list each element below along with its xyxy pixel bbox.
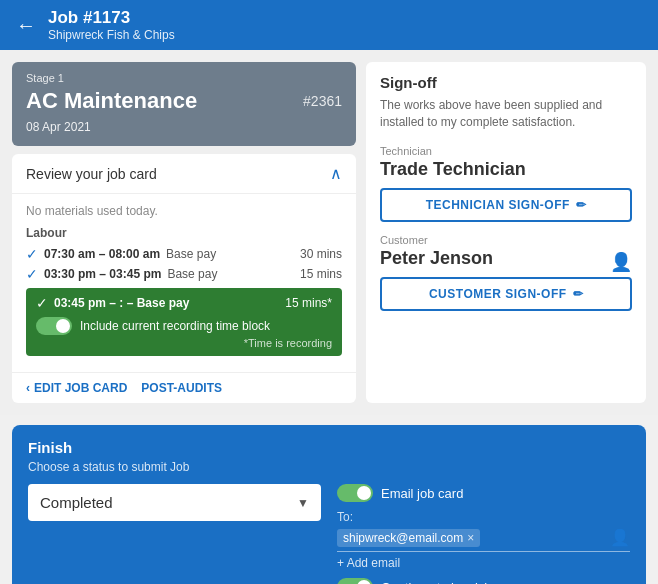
- technician-name: Trade Technician: [380, 159, 632, 180]
- technician-role: Technician: [380, 145, 632, 157]
- finish-row: Completed Incomplete On Hold ▼ Email job…: [28, 484, 630, 584]
- pay-type-1: Base pay: [166, 247, 216, 261]
- continue-invoicing-row: Continue to invoicing: [337, 578, 630, 584]
- customer-section: Customer Peter Jenson 👤 CUSTOMER SIGN-OF…: [380, 234, 632, 311]
- header-info: Job #1173 Shipwreck Fish & Chips: [48, 8, 175, 42]
- finish-section: Finish Choose a status to submit Job Com…: [12, 425, 646, 584]
- finish-right: Email job card To: shipwreck@email.com ×…: [337, 484, 630, 584]
- review-header[interactable]: Review your job card ∧: [12, 154, 356, 194]
- email-toggle-knob: [357, 486, 371, 500]
- status-dropdown[interactable]: Completed Incomplete On Hold: [28, 484, 321, 521]
- add-user-icon[interactable]: 👤: [610, 528, 630, 547]
- invoicing-toggle[interactable]: [337, 578, 373, 584]
- review-body: No materials used today. Labour ✓ 07:30 …: [12, 194, 356, 372]
- header: ← Job #1173 Shipwreck Fish & Chips: [0, 0, 658, 50]
- stage-number: #2361: [303, 93, 342, 109]
- customer-name: Peter Jenson: [380, 248, 493, 269]
- continue-label: Continue to invoicing: [381, 580, 502, 585]
- review-header-title: Review your job card: [26, 166, 157, 182]
- active-recording-row: ✓ 03:45 pm – : – Base pay 15 mins* Inclu…: [26, 288, 342, 356]
- labour-row-1: ✓ 07:30 am – 08:00 am Base pay 30 mins: [26, 246, 342, 262]
- no-materials-text: No materials used today.: [26, 204, 342, 218]
- stage-date: 08 Apr 2021: [26, 120, 342, 134]
- signoff-panel: Sign-off The works above have been suppl…: [366, 62, 646, 403]
- to-label: To:: [337, 510, 630, 524]
- include-label: Include current recording time block: [80, 319, 270, 333]
- job-subtitle: Shipwreck Fish & Chips: [48, 28, 175, 42]
- chevron-up-icon: ∧: [330, 164, 342, 183]
- recording-note: *Time is recording: [36, 337, 332, 349]
- check-icon-active: ✓: [36, 295, 48, 311]
- stage-title-row: AC Maintenance #2361: [26, 88, 342, 114]
- customer-signoff-button[interactable]: CUSTOMER SIGN-OFF ✏: [380, 277, 632, 311]
- stage-title: AC Maintenance: [26, 88, 197, 114]
- edit-pen-icon-2: ✏: [573, 287, 584, 301]
- edit-job-card-link[interactable]: ‹ EDIT JOB CARD: [26, 381, 127, 395]
- labour-label: Labour: [26, 226, 342, 240]
- toggle-knob: [56, 319, 70, 333]
- finish-subtitle: Choose a status to submit Job: [28, 460, 630, 474]
- pay-type-2: Base pay: [167, 267, 217, 281]
- check-icon-1: ✓: [26, 246, 38, 262]
- edit-pen-icon: ✏: [576, 198, 587, 212]
- email-label: Email job card: [381, 486, 463, 501]
- add-email-link[interactable]: + Add email: [337, 556, 630, 570]
- card-footer: ‹ EDIT JOB CARD POST-AUDITS: [12, 372, 356, 403]
- post-audits-link[interactable]: POST-AUDITS: [141, 381, 222, 395]
- customer-role: Customer: [380, 234, 632, 246]
- stage-label: Stage 1: [26, 72, 342, 84]
- technician-signoff-button[interactable]: TECHNICIAN SIGN-OFF ✏: [380, 188, 632, 222]
- customer-row: Peter Jenson 👤: [380, 248, 632, 277]
- main-content: Stage 1 AC Maintenance #2361 08 Apr 2021…: [0, 50, 658, 415]
- email-tag: shipwreck@email.com ×: [337, 529, 480, 547]
- time-range-1: 07:30 am – 08:00 am: [44, 247, 160, 261]
- active-labour-row: ✓ 03:45 pm – : – Base pay 15 mins*: [36, 295, 332, 311]
- active-time: 03:45 pm – : – Base pay: [54, 296, 189, 310]
- duration-2: 15 mins: [300, 267, 342, 281]
- technician-section: Technician Trade Technician TECHNICIAN S…: [380, 145, 632, 222]
- review-card: Review your job card ∧ No materials used…: [12, 154, 356, 403]
- duration-1: 30 mins: [300, 247, 342, 261]
- check-icon-2: ✓: [26, 266, 38, 282]
- email-toggle[interactable]: [337, 484, 373, 502]
- active-duration: 15 mins*: [285, 296, 332, 310]
- email-toggle-row: Email job card: [337, 484, 630, 502]
- signoff-desc: The works above have been supplied and i…: [380, 97, 632, 131]
- signoff-title: Sign-off: [380, 74, 632, 91]
- left-panel: Stage 1 AC Maintenance #2361 08 Apr 2021…: [12, 62, 356, 403]
- stage-card: Stage 1 AC Maintenance #2361 08 Apr 2021: [12, 62, 356, 146]
- back-button[interactable]: ←: [16, 14, 36, 37]
- finish-left: Completed Incomplete On Hold ▼: [28, 484, 321, 521]
- status-dropdown-wrapper: Completed Incomplete On Hold ▼: [28, 484, 321, 521]
- job-title: Job #1173: [48, 8, 175, 28]
- finish-title: Finish: [28, 439, 630, 456]
- customer-user-icon: 👤: [610, 251, 632, 273]
- include-toggle[interactable]: [36, 317, 72, 335]
- invoicing-toggle-knob: [357, 580, 371, 584]
- time-range-2: 03:30 pm – 03:45 pm: [44, 267, 161, 281]
- email-input-row: shipwreck@email.com × 👤: [337, 528, 630, 552]
- email-tag-close-icon[interactable]: ×: [467, 531, 474, 545]
- include-row: Include current recording time block: [36, 317, 332, 335]
- labour-row-2: ✓ 03:30 pm – 03:45 pm Base pay 15 mins: [26, 266, 342, 282]
